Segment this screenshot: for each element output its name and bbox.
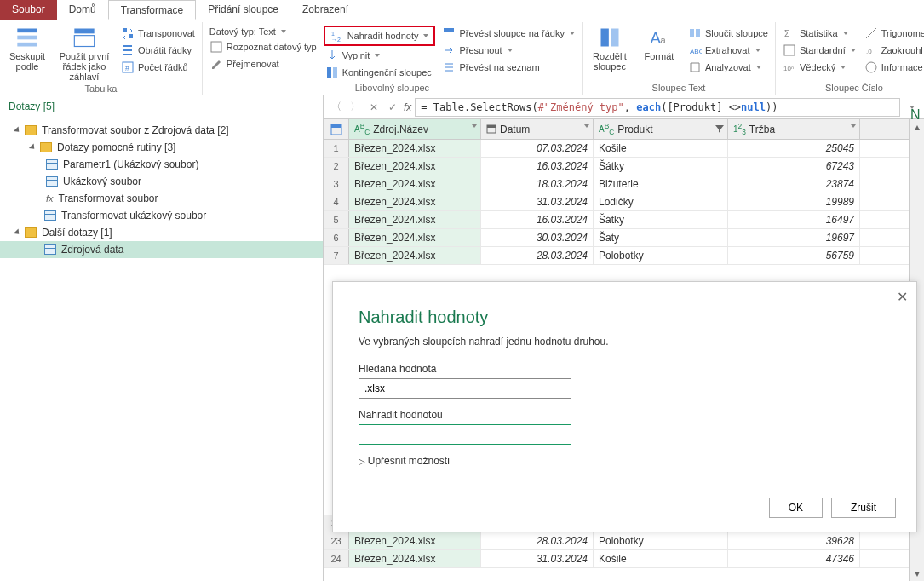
- query-source-data[interactable]: Zdrojová data: [0, 241, 323, 258]
- move-button[interactable]: Přesunout: [440, 43, 577, 58]
- tab-file[interactable]: Soubor: [0, 0, 57, 20]
- scroll-down-icon[interactable]: ▾: [910, 566, 924, 581]
- statistics-button[interactable]: ΣStatistika: [781, 26, 858, 41]
- replace-values-button[interactable]: 1→2Nahradit hodnoty: [324, 26, 436, 46]
- tab-view[interactable]: Zobrazení: [290, 0, 360, 20]
- query-transform-sample[interactable]: Transformovat ukázkový soubor: [0, 207, 323, 224]
- column-header-name[interactable]: ABCZdroj.Název: [349, 119, 481, 139]
- query-sample-file[interactable]: Ukázkový soubor: [0, 173, 323, 190]
- formula-input[interactable]: = Table.SelectRows(#"Změněný typ", each …: [415, 98, 900, 117]
- advanced-options-toggle[interactable]: Upřesnit možnosti: [359, 455, 891, 467]
- close-button[interactable]: ✕: [897, 289, 908, 305]
- nav-prev-button[interactable]: 〈: [329, 100, 344, 115]
- count-rows-button[interactable]: #Počet řádků: [119, 60, 197, 75]
- query-group-transform[interactable]: Transformovat soubor z Zdrojová data [2]: [0, 122, 323, 139]
- groupby-button[interactable]: Seskupit podle: [5, 24, 49, 82]
- pivot-button[interactable]: Kontingenční sloupec: [324, 65, 436, 80]
- cell-name[interactable]: Březen_2024.xlsx: [349, 175, 481, 193]
- format-button[interactable]: Aa Formát: [637, 24, 681, 81]
- cell-name[interactable]: Březen_2024.xlsx: [349, 211, 481, 228]
- query-group-other[interactable]: Další dotazy [1]: [0, 224, 323, 241]
- tab-home[interactable]: Domů: [57, 0, 108, 20]
- cell-date[interactable]: 28.03.2024: [481, 532, 594, 549]
- cell-date[interactable]: 07.03.2024: [481, 140, 594, 157]
- unpivot-button[interactable]: Převést sloupce na řádky: [440, 26, 577, 41]
- cell-sale[interactable]: 39628: [728, 532, 860, 549]
- query-transform-file[interactable]: fxTransformovat soubor: [0, 190, 323, 207]
- cell-product[interactable]: Šátky: [594, 158, 728, 175]
- cell-date[interactable]: 16.03.2024: [481, 211, 594, 228]
- tab-addcolumn[interactable]: Přidání sloupce: [196, 0, 290, 20]
- cell-sale[interactable]: 25045: [728, 140, 860, 157]
- table-row[interactable]: 3Březen_2024.xlsx18.03.2024Bižuterie2387…: [324, 175, 909, 193]
- table-row[interactable]: 6Březen_2024.xlsx30.03.2024Šaty19697: [324, 229, 909, 247]
- cancel-button[interactable]: Zrušit: [831, 498, 896, 518]
- cell-name[interactable]: Březen_2024.xlsx: [349, 140, 481, 157]
- column-header-date[interactable]: Datum: [481, 119, 594, 139]
- cell-product[interactable]: Polobotky: [594, 532, 728, 549]
- query-group-helper[interactable]: Dotazy pomocné rutiny [3]: [0, 139, 323, 156]
- scientific-button[interactable]: 10ⁿVědecký: [781, 60, 858, 75]
- tab-transform[interactable]: Transformace: [108, 0, 197, 20]
- cell-sale[interactable]: 19697: [728, 229, 860, 246]
- firstrow-header-button[interactable]: Použít první řádek jako záhlaví: [55, 24, 114, 82]
- info-button[interactable]: Informace: [863, 60, 924, 75]
- merge-columns-button[interactable]: Sloučit sloupce: [686, 26, 770, 41]
- filter-icon[interactable]: [715, 124, 724, 133]
- cell-product[interactable]: Lodičky: [594, 193, 728, 210]
- chevron-down-icon[interactable]: [851, 124, 856, 128]
- cell-name[interactable]: Březen_2024.xlsx: [349, 550, 481, 567]
- cell-sale[interactable]: 56759: [728, 247, 860, 264]
- table-row[interactable]: 2Březen_2024.xlsx16.03.2024Šátky67243: [324, 158, 909, 175]
- cell-date[interactable]: 16.03.2024: [481, 158, 594, 175]
- cell-product[interactable]: Košile: [594, 140, 728, 157]
- table-row[interactable]: 1Březen_2024.xlsx07.03.2024Košile25045: [324, 140, 909, 158]
- chevron-down-icon[interactable]: [584, 124, 589, 128]
- replace-input[interactable]: [359, 424, 571, 445]
- chevron-down-icon[interactable]: [472, 124, 477, 128]
- parse-button[interactable]: Analyzovat: [686, 60, 770, 75]
- cell-date[interactable]: 30.03.2024: [481, 229, 594, 246]
- column-header-product[interactable]: ABCProdukt: [594, 119, 728, 139]
- column-header-sale[interactable]: 123Tržba: [728, 119, 860, 139]
- cell-date[interactable]: 28.03.2024: [481, 247, 594, 264]
- cell-product[interactable]: Bižuterie: [594, 175, 728, 193]
- table-row[interactable]: 23Březen_2024.xlsx28.03.2024Polobotky396…: [324, 532, 909, 550]
- extract-button[interactable]: ABCExtrahovat: [686, 43, 770, 58]
- table-row[interactable]: 7Březen_2024.xlsx28.03.2024Polobotky5675…: [324, 247, 909, 265]
- cell-sale[interactable]: 67243: [728, 158, 860, 175]
- table-row[interactable]: 4Březen_2024.xlsx31.03.2024Lodičky19989: [324, 193, 909, 211]
- rename-button[interactable]: Přejmenovat: [208, 56, 319, 72]
- cell-sale[interactable]: 19989: [728, 193, 860, 210]
- cell-product[interactable]: Polobotky: [594, 247, 728, 264]
- trig-button[interactable]: Trigonome: [863, 26, 924, 41]
- cell-name[interactable]: Březen_2024.xlsx: [349, 158, 481, 175]
- transpose-button[interactable]: Transponovat: [119, 26, 197, 41]
- cell-product[interactable]: Šátky: [594, 211, 728, 228]
- split-column-button[interactable]: Rozdělit sloupec: [588, 24, 632, 81]
- cell-name[interactable]: Březen_2024.xlsx: [349, 229, 481, 246]
- commit-formula-button[interactable]: ✓: [385, 100, 400, 115]
- reverse-rows-button[interactable]: Obrátit řádky: [119, 43, 197, 58]
- cell-product[interactable]: Košile: [594, 550, 728, 567]
- cell-sale[interactable]: 23874: [728, 175, 860, 193]
- cell-product[interactable]: Šaty: [594, 229, 728, 246]
- cell-date[interactable]: 31.03.2024: [481, 550, 594, 567]
- cancel-formula-button[interactable]: ✕: [366, 100, 382, 115]
- detect-type-button[interactable]: Rozpoznat datový typ: [208, 39, 319, 55]
- standard-button[interactable]: Standardní: [781, 43, 858, 58]
- cell-name[interactable]: Březen_2024.xlsx: [349, 193, 481, 210]
- cell-sale[interactable]: 16497: [728, 211, 860, 228]
- cell-name[interactable]: Březen_2024.xlsx: [349, 247, 481, 264]
- query-parameter1[interactable]: Parametr1 (Ukázkový soubor): [0, 156, 323, 173]
- table-menu-button[interactable]: [324, 119, 349, 139]
- ok-button[interactable]: OK: [769, 498, 823, 518]
- queries-title[interactable]: Dotazy [5]: [0, 95, 323, 118]
- to-list-button[interactable]: Převést na seznam: [440, 60, 577, 75]
- cell-sale[interactable]: 47346: [728, 550, 860, 567]
- fill-button[interactable]: Vyplnit: [324, 48, 436, 63]
- cell-date[interactable]: 18.03.2024: [481, 175, 594, 193]
- round-button[interactable]: .0Zaokrouhl: [863, 43, 924, 58]
- table-row[interactable]: 5Březen_2024.xlsx16.03.2024Šátky16497: [324, 211, 909, 229]
- cell-date[interactable]: 31.03.2024: [481, 193, 594, 210]
